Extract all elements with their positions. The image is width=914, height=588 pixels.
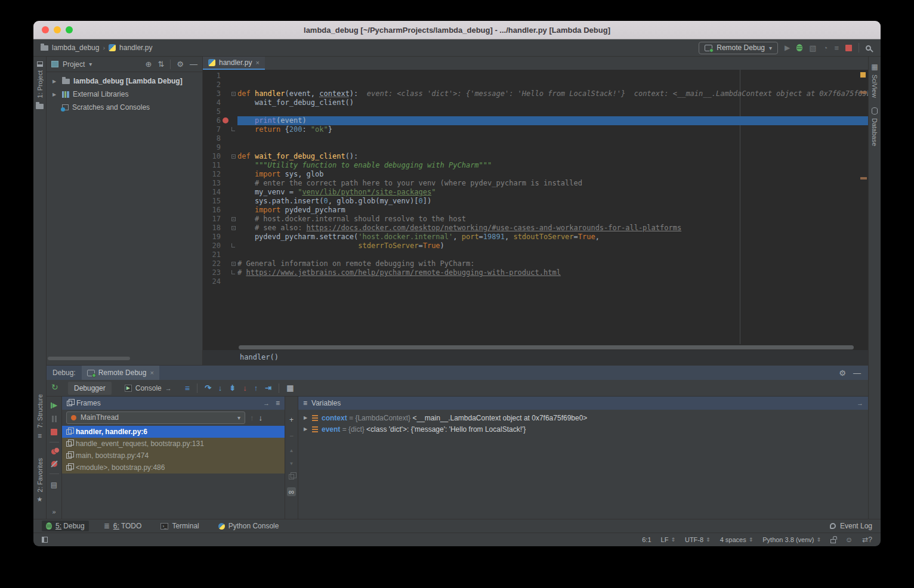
fold-gutter[interactable] <box>230 107 237 116</box>
close-icon[interactable]: × <box>150 369 153 376</box>
code-text[interactable]: return {200: "ok"} <box>237 125 868 134</box>
breakpoint-slot[interactable] <box>221 268 230 277</box>
fold-gutter[interactable] <box>230 268 237 277</box>
fold-gutter[interactable] <box>230 215 237 224</box>
fold-gutter[interactable] <box>230 89 237 98</box>
breakpoint-slot[interactable] <box>221 250 230 259</box>
duplicate-watch-button[interactable] <box>289 474 294 479</box>
code-text[interactable]: wait_for_debug_client() <box>237 98 868 107</box>
breakpoint-slot[interactable] <box>221 179 230 188</box>
sidebar-item-database[interactable]: Database <box>871 107 878 146</box>
line-number[interactable]: 4 <box>203 98 221 107</box>
toolwindow-button-terminal[interactable]: ›_Terminal <box>156 521 203 531</box>
move-down-button[interactable]: ▼ <box>289 461 294 466</box>
breakpoint-slot[interactable] <box>221 161 230 170</box>
sidebar-item-project[interactable]: 1: Project <box>36 61 44 98</box>
line-number[interactable]: 1 <box>203 72 221 81</box>
expand-arrow-icon[interactable]: ▶ <box>302 426 308 432</box>
code-line[interactable]: 18 # see also: https://docs.docker.com/d… <box>203 224 868 233</box>
code-line[interactable]: 2 <box>203 81 868 89</box>
restore-layout-button[interactable]: ▤ <box>51 481 57 489</box>
fold-gutter[interactable] <box>230 98 237 107</box>
show-return-values-button[interactable]: ∞ <box>287 487 296 496</box>
project-tree-item[interactable]: ▶External Libraries <box>47 88 202 101</box>
evaluate-expression-button[interactable]: ▦ <box>286 383 294 392</box>
code-text[interactable]: # host.docker.internal should resolve to… <box>237 215 868 224</box>
line-number[interactable]: 14 <box>203 188 221 197</box>
breakpoint-slot[interactable] <box>221 206 230 215</box>
code-text[interactable]: print(event) <box>237 116 868 125</box>
breakpoint-slot[interactable] <box>221 81 230 89</box>
fold-gutter[interactable] <box>230 143 237 152</box>
code-text[interactable]: stderrToServer=True) <box>237 242 868 250</box>
breakpoint-slot[interactable] <box>221 116 230 125</box>
gear-icon[interactable]: ⚙ <box>177 60 184 69</box>
collapse-all-button[interactable]: ⇅ <box>158 60 164 69</box>
line-number[interactable]: 7 <box>203 125 221 134</box>
force-step-into-button[interactable]: ⇟ <box>229 383 236 392</box>
fold-gutter[interactable] <box>230 116 237 125</box>
code-line[interactable]: 10def wait_for_debug_client(): <box>203 152 868 161</box>
breakpoint-slot[interactable] <box>221 143 230 152</box>
line-number[interactable]: 13 <box>203 179 221 188</box>
encoding-selector[interactable]: UTF-8⇕ <box>685 536 711 543</box>
fold-gutter[interactable] <box>230 233 237 242</box>
code-text[interactable] <box>237 277 868 286</box>
code-line[interactable]: 9 <box>203 143 868 152</box>
variable-row[interactable]: ▶context = {LambdaContext} <__main__.Lam… <box>298 412 868 423</box>
pin-icon[interactable]: → <box>263 400 270 407</box>
step-into-button[interactable]: ↓ <box>218 383 223 392</box>
code-text[interactable] <box>237 107 868 116</box>
tree-arrow-icon[interactable]: ▶ <box>53 92 58 97</box>
line-number[interactable]: 19 <box>203 233 221 242</box>
code-text[interactable]: sys.path.insert(0, glob.glob(my_venv)[0]… <box>237 197 868 206</box>
breakpoint-slot[interactable] <box>221 259 230 268</box>
fold-end-icon[interactable] <box>231 270 235 274</box>
pause-button[interactable] <box>52 416 57 422</box>
fold-gutter[interactable] <box>230 161 237 170</box>
code-line[interactable]: 17 # host.docker.internal should resolve… <box>203 215 868 224</box>
toolwindow-button-debug[interactable]: 5: Debug <box>42 521 89 531</box>
inspections-profile-icon[interactable]: ☺ <box>845 536 853 544</box>
interpreter-selector[interactable]: Python 3.8 (venv)⇕ <box>762 536 821 543</box>
line-number[interactable]: 16 <box>203 206 221 215</box>
folder-icon[interactable] <box>36 104 44 109</box>
breakpoint-slot[interactable] <box>221 107 230 116</box>
error-stripe-mark[interactable] <box>860 177 867 180</box>
line-number[interactable]: 23 <box>203 268 221 277</box>
toolwindow-toggle-icon[interactable] <box>42 537 48 543</box>
previous-frame-button[interactable]: ↑ <box>250 413 254 422</box>
pin-tab-icon[interactable]: → <box>165 385 172 392</box>
tree-arrow-icon[interactable]: ▶ <box>53 79 58 84</box>
hide-panel-button[interactable]: — <box>853 369 861 377</box>
breakpoint-slot[interactable] <box>221 98 230 107</box>
line-number[interactable]: 24 <box>203 277 221 286</box>
view-breakpoints-button[interactable] <box>51 449 57 454</box>
breakpoint-slot[interactable] <box>221 125 230 134</box>
code-line[interactable]: 11 """Utility function to enable debuggi… <box>203 161 868 170</box>
code-line[interactable]: 14 my_venv = "venv/lib/python*/site-pack… <box>203 188 868 197</box>
sync-status-icon[interactable]: ⇄? <box>862 536 872 544</box>
code-text[interactable] <box>237 143 868 152</box>
code-line[interactable]: 7 return {200: "ok"} <box>203 125 868 134</box>
debug-button[interactable] <box>796 44 802 51</box>
zoom-window-button[interactable] <box>66 26 73 33</box>
code-text[interactable]: # see also: https://docs.docker.com/desk… <box>237 224 868 233</box>
fold-gutter[interactable] <box>230 179 237 188</box>
project-tree-item[interactable]: Scratches and Consoles <box>47 101 202 114</box>
code-line[interactable]: 1 <box>203 72 868 81</box>
code-line[interactable]: 15 sys.path.insert(0, glob.glob(my_venv)… <box>203 197 868 206</box>
pin-icon[interactable]: → <box>857 400 863 407</box>
line-number[interactable]: 15 <box>203 197 221 206</box>
fold-gutter[interactable] <box>230 134 237 143</box>
fold-gutter[interactable] <box>230 259 237 268</box>
fold-gutter[interactable] <box>230 125 237 134</box>
horizontal-scrollbar[interactable] <box>48 357 130 360</box>
stop-button[interactable] <box>845 45 852 51</box>
line-number[interactable]: 20 <box>203 242 221 250</box>
code-area[interactable]: 123def handler(event, context): event: <… <box>203 70 868 344</box>
search-icon[interactable] <box>866 45 871 51</box>
code-line[interactable]: 13 # enter the correct path here to your… <box>203 179 868 188</box>
code-text[interactable] <box>237 134 868 143</box>
code-line[interactable]: 23# https://www.jetbrains.com/help/pycha… <box>203 268 868 277</box>
